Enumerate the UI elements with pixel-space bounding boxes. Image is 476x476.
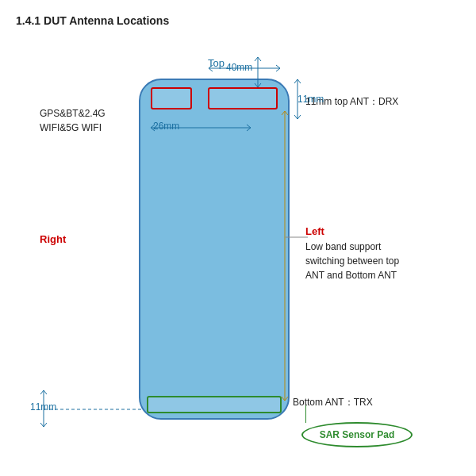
- label-left-desc: Low band support switching between top A…: [305, 240, 424, 282]
- label-left: Left: [305, 225, 324, 237]
- left-desc-line3: ANT and Bottom ANT: [305, 270, 397, 281]
- page-container: 1.4.1 DUT Antenna Locations Top Bottom R…: [0, 0, 476, 476]
- top-ant-left: [151, 87, 192, 109]
- sar-label: SAR Sensor Pad: [320, 429, 395, 440]
- sar-connector-line: [305, 405, 306, 423]
- sar-oval: SAR Sensor Pad: [301, 422, 413, 447]
- wifi-5g-label: WIFI&5G WIFI: [40, 122, 102, 133]
- left-desc-line1: Low band support: [305, 241, 381, 252]
- section-title: 1.4.1 DUT Antenna Locations: [16, 14, 460, 27]
- dim-26mm-label: 26mm: [153, 121, 179, 132]
- gps-bt-label: GPS&BT&2.4G: [40, 108, 106, 119]
- top-ant-right: [208, 87, 278, 109]
- left-desc-line2: switching between top: [305, 255, 399, 267]
- dim-11mm-top-label: 11mm: [298, 94, 324, 105]
- dim-height-svg: [279, 111, 290, 401]
- dim-top-arrow-svg: [252, 57, 263, 87]
- label-right: Right: [40, 233, 66, 245]
- diagram-area: Top Bottom Right Left Low band support s…: [16, 35, 460, 463]
- dim-40mm-label: 40mm: [226, 62, 252, 73]
- bottom-ant: [147, 396, 282, 413]
- dim-bottom-h-line: [44, 408, 143, 411]
- label-gps: GPS&BT&2.4G WIFI&5G WIFI: [40, 106, 106, 135]
- left-connector-line: [286, 236, 308, 239]
- left-label-text: Left: [305, 225, 324, 237]
